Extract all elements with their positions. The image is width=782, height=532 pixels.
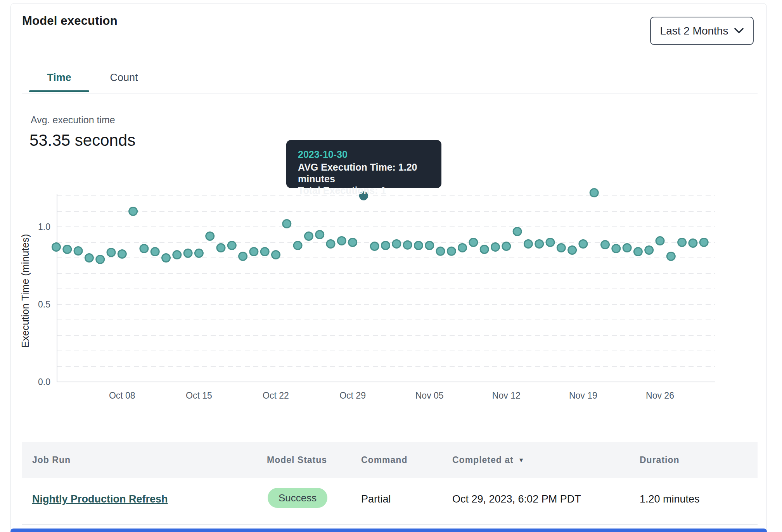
- data-point[interactable]: [327, 240, 335, 248]
- column-header-duration: Duration: [640, 455, 680, 465]
- date-range-dropdown[interactable]: Last 2 Months: [650, 17, 754, 45]
- data-point[interactable]: [228, 242, 236, 250]
- data-point[interactable]: [579, 240, 587, 248]
- data-point[interactable]: [239, 252, 247, 261]
- y-tick-label: 0.0: [38, 377, 50, 387]
- data-point[interactable]: [491, 243, 500, 251]
- y-tick-label: 0.5: [38, 299, 50, 309]
- data-point[interactable]: [524, 240, 532, 248]
- column-header-command: Command: [361, 455, 407, 465]
- data-point[interactable]: [469, 238, 478, 247]
- x-tick-label: Oct 08: [109, 390, 135, 401]
- data-point[interactable]: [436, 247, 445, 255]
- data-point[interactable]: [447, 247, 455, 255]
- data-point[interactable]: [140, 245, 148, 253]
- active-tab-underline: [29, 90, 89, 92]
- data-point[interactable]: [184, 249, 192, 257]
- data-point[interactable]: [590, 189, 598, 197]
- data-point[interactable]: [349, 238, 357, 247]
- column-header-job-run: Job Run: [32, 455, 71, 465]
- tab-count[interactable]: Count: [98, 72, 150, 84]
- data-point[interactable]: [118, 250, 126, 258]
- chevron-down-icon: [734, 28, 744, 34]
- command-cell: Partial: [361, 493, 391, 505]
- data-point[interactable]: [337, 237, 346, 245]
- data-point[interactable]: [283, 220, 291, 228]
- completed-at-cell: Oct 29, 2023, 6:02 PM PDT: [452, 493, 581, 505]
- data-point[interactable]: [272, 251, 280, 259]
- status-badge: Success: [268, 488, 327, 508]
- data-point[interactable]: [96, 256, 104, 264]
- x-tick-label: Oct 15: [186, 390, 212, 401]
- data-point[interactable]: [678, 238, 686, 247]
- column-header-completed-at[interactable]: Completed at▼: [452, 455, 525, 465]
- sort-desc-icon: ▼: [518, 457, 525, 464]
- data-point[interactable]: [162, 254, 170, 262]
- data-point[interactable]: [316, 231, 324, 239]
- x-tick-label: Oct 29: [339, 390, 366, 401]
- data-point[interactable]: [107, 249, 115, 257]
- data-point[interactable]: [623, 244, 631, 252]
- x-tick-label: Nov 05: [415, 390, 444, 401]
- row-divider: [22, 524, 758, 525]
- data-point[interactable]: [601, 241, 609, 249]
- data-point[interactable]: [502, 242, 510, 250]
- date-range-label: Last 2 Months: [660, 25, 728, 37]
- tooltip-avg-execution: AVG Execution Time: 1.20 minutes: [298, 161, 430, 185]
- chart-tooltip: 2023-10-30 AVG Execution Time: 1.20 minu…: [286, 140, 441, 188]
- avg-execution-time-label: Avg. execution time: [31, 114, 115, 126]
- data-point[interactable]: [85, 254, 93, 262]
- data-point[interactable]: [414, 242, 422, 250]
- data-point[interactable]: [480, 245, 488, 254]
- bottom-accent-bar: [10, 529, 767, 532]
- tab-divider: [22, 93, 758, 93]
- data-point[interactable]: [513, 228, 521, 236]
- data-point[interactable]: [151, 248, 159, 256]
- tooltip-date: 2023-10-30: [298, 149, 430, 160]
- y-tick-label: 1.0: [38, 222, 50, 232]
- x-tick-label: Nov 26: [646, 390, 674, 401]
- duration-cell: 1.20 minutes: [640, 493, 700, 505]
- data-point[interactable]: [546, 238, 554, 247]
- data-point[interactable]: [634, 248, 642, 256]
- y-axis-title: Execution Time (minutes): [19, 234, 31, 347]
- data-point[interactable]: [129, 207, 137, 216]
- data-point[interactable]: [667, 252, 675, 261]
- data-point[interactable]: [700, 238, 708, 247]
- data-point[interactable]: [568, 246, 576, 254]
- x-tick-label: Nov 12: [492, 390, 521, 401]
- execution-scatter-chart[interactable]: 0.00.51.0Oct 08Oct 15Oct 22Oct 29Nov 05N…: [12, 171, 768, 411]
- data-point[interactable]: [535, 240, 543, 248]
- data-point[interactable]: [294, 242, 302, 250]
- tab-time[interactable]: Time: [29, 72, 89, 84]
- data-point[interactable]: [250, 248, 258, 256]
- x-tick-label: Oct 22: [263, 390, 289, 401]
- column-header-model-status: Model Status: [267, 455, 327, 465]
- data-point[interactable]: [370, 242, 379, 250]
- data-point[interactable]: [382, 242, 390, 250]
- data-point[interactable]: [63, 245, 71, 254]
- data-point[interactable]: [557, 244, 565, 252]
- data-point[interactable]: [74, 247, 82, 255]
- data-point[interactable]: [304, 232, 313, 240]
- x-tick-label: Nov 19: [569, 390, 597, 401]
- data-point[interactable]: [393, 240, 401, 248]
- data-point[interactable]: [195, 249, 203, 257]
- data-point[interactable]: [656, 237, 664, 245]
- avg-execution-time-value: 53.35 seconds: [29, 131, 135, 150]
- data-point[interactable]: [206, 232, 214, 240]
- data-point[interactable]: [426, 242, 434, 250]
- data-point[interactable]: [645, 246, 653, 254]
- data-point[interactable]: [217, 244, 225, 252]
- data-point[interactable]: [173, 251, 181, 259]
- data-point[interactable]: [261, 248, 269, 256]
- data-point[interactable]: [689, 239, 697, 247]
- page-title: Model execution: [22, 14, 118, 28]
- data-point[interactable]: [612, 245, 620, 253]
- data-point[interactable]: [403, 241, 412, 249]
- tooltip-total-executions: Total Executions: 1: [298, 185, 430, 196]
- data-point[interactable]: [52, 243, 61, 251]
- data-point[interactable]: [458, 244, 467, 252]
- job-run-link[interactable]: Nightly Production Refresh: [32, 493, 168, 505]
